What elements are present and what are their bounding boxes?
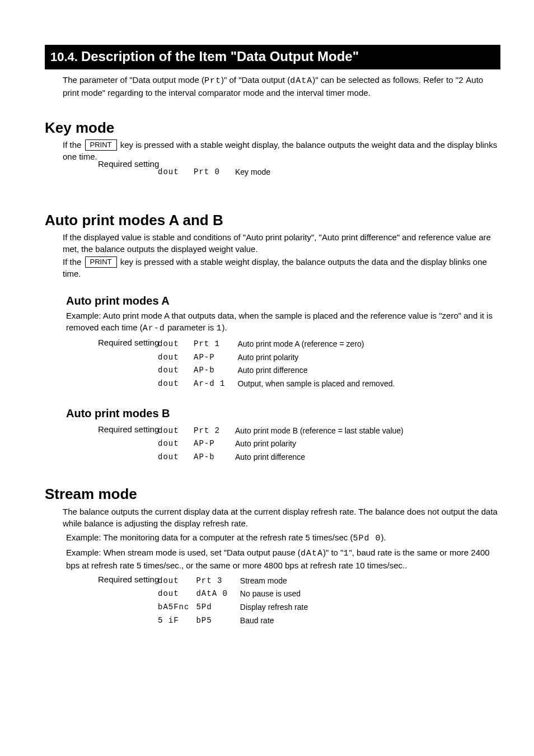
- autoAB-line2: If the PRINT key is pressed with a stabl…: [63, 256, 500, 279]
- table-row: doutAr-d 1Output, when sample is placed …: [158, 379, 400, 391]
- ab-post: key is pressed with a stable weight disp…: [63, 257, 487, 278]
- heading-auto-b: Auto print modes B: [66, 405, 500, 421]
- setting-key: dout: [158, 452, 193, 464]
- setting-val: Ar-d 1: [194, 379, 231, 391]
- setting-val: Prt 1: [194, 339, 231, 351]
- setting-key: dout: [158, 352, 193, 365]
- heading-stream: Stream mode: [45, 484, 500, 504]
- setting-desc: Baud rate: [235, 615, 313, 628]
- aa-post: ).: [222, 323, 227, 332]
- setting-key: dout: [158, 339, 193, 351]
- setting-desc: Auto print polarity: [229, 438, 409, 451]
- table-row: doutAP-bAuto print difference: [158, 365, 400, 377]
- aa-seg2: 1: [216, 324, 222, 333]
- aa-mid: parameter is: [165, 323, 217, 332]
- st-ex1-pre: Example: The monitoring data for a compu…: [66, 533, 353, 542]
- setting-key: dout: [158, 426, 193, 438]
- table-row: dout Prt 0 Key mode: [158, 167, 276, 179]
- autoA-settings: doutPrt 1Auto print mode A (reference = …: [157, 338, 401, 391]
- table-row: doutAP-bAuto print difference: [158, 452, 409, 464]
- aa-pre: Example: Auto print mode A that outputs …: [66, 311, 493, 332]
- st-ex1-seg: 5Pd 0: [353, 534, 381, 543]
- table-row: doutPrt 3Stream mode: [158, 576, 313, 588]
- setting-desc: Output, when sample is placed and remove…: [232, 379, 400, 391]
- intro-seg1: Prt: [204, 76, 221, 86]
- intro-mid: )" can be selected as follows. Refer to …: [312, 75, 458, 85]
- heading-auto-ab: Auto print modes A and B: [45, 210, 500, 230]
- keymode-req: Required setting: [98, 158, 500, 170]
- setting-desc: Auto print polarity: [232, 352, 400, 365]
- setting-val: Prt 3: [196, 576, 233, 588]
- stream-settings: doutPrt 3Stream mode doutdAtA 0No pause …: [157, 575, 315, 628]
- st-ex1-post: ).: [381, 533, 386, 542]
- setting-key: dout: [158, 589, 195, 601]
- setting-desc: Display refresh rate: [235, 602, 313, 614]
- heading-key-mode: Key mode: [45, 118, 500, 138]
- setting-desc: No pause is used: [235, 589, 313, 601]
- heading-auto-a: Auto print modes A: [66, 293, 500, 309]
- intro-text: The parameter of "Data output mode (Prt)…: [63, 74, 500, 99]
- setting-val: AP-b: [194, 365, 231, 377]
- print-key-icon: PRINT: [85, 139, 117, 151]
- setting-desc: Auto print mode A (reference = zero): [232, 339, 400, 351]
- print-key-icon: PRINT: [85, 256, 117, 268]
- stream-ex1: Example: The monitoring data for a compu…: [66, 531, 500, 544]
- setting-val: bP5: [196, 615, 233, 628]
- intro-seg3: 2: [458, 76, 464, 86]
- setting-val: AP-P: [194, 438, 228, 451]
- setting-desc: Auto print mode B (reference = last stab…: [229, 426, 409, 438]
- setting-desc: Stream mode: [235, 576, 313, 588]
- setting-desc: Auto print difference: [229, 452, 409, 464]
- setting-val: 5Pd: [196, 602, 233, 614]
- stream-line1: The balance outputs the current display …: [63, 506, 500, 529]
- st-ex2-pre: Example: When stream mode is used, set "…: [66, 548, 301, 557]
- autoB-settings: doutPrt 2Auto print mode B (reference = …: [157, 424, 410, 465]
- setting-key: dout: [158, 576, 195, 588]
- stream-ex2: Example: When stream mode is used, set "…: [66, 547, 500, 571]
- table-row: doutAP-PAuto print polarity: [158, 438, 409, 451]
- ab-pre: If the: [63, 257, 84, 267]
- intro-pre: The parameter of "Data output mode (: [63, 75, 204, 85]
- section-header: 10.4. Description of the Item "Data Outp…: [45, 45, 500, 69]
- st-ex2-seg2: 1: [343, 549, 349, 558]
- section-title: Description of the Item "Data Output Mod…: [81, 47, 359, 66]
- st-ex2-seg1: dAtA: [301, 549, 323, 558]
- autoAB-line1: If the displayed value is stable and con…: [63, 231, 500, 255]
- setting-key: dout: [158, 365, 193, 377]
- table-row: doutPrt 1Auto print mode A (reference = …: [158, 339, 400, 351]
- setting-key: dout: [158, 438, 193, 451]
- setting-desc: Auto print difference: [232, 365, 400, 377]
- km-pre: If the: [63, 140, 84, 150]
- autoA-example: Example: Auto print mode A that outputs …: [66, 310, 500, 334]
- aa-seg: Ar-d: [143, 324, 165, 333]
- section-number: 10.4.: [50, 49, 78, 66]
- table-row: doutPrt 2Auto print mode B (reference = …: [158, 426, 409, 438]
- table-row: bA5Fnc5PdDisplay refresh rate: [158, 602, 313, 614]
- setting-val: dAtA 0: [196, 589, 233, 601]
- setting-val: AP-b: [194, 452, 228, 464]
- intro-post1: )" of "Data output (: [221, 75, 290, 85]
- table-row: doutAP-PAuto print polarity: [158, 352, 400, 365]
- setting-val: AP-P: [194, 352, 231, 365]
- st-ex2-mid: )" to ": [323, 548, 344, 557]
- setting-desc: Key mode: [229, 167, 276, 179]
- keymode-settings: dout Prt 0 Key mode: [157, 166, 277, 180]
- setting-key: bA5Fnc: [158, 602, 195, 614]
- intro-seg2: dAtA: [290, 76, 312, 86]
- setting-val: Prt 2: [194, 426, 228, 438]
- table-row: 5 iFbP5Baud rate: [158, 615, 313, 628]
- setting-key: dout: [158, 379, 193, 391]
- setting-key: 5 iF: [158, 615, 195, 628]
- table-row: doutdAtA 0No pause is used: [158, 589, 313, 601]
